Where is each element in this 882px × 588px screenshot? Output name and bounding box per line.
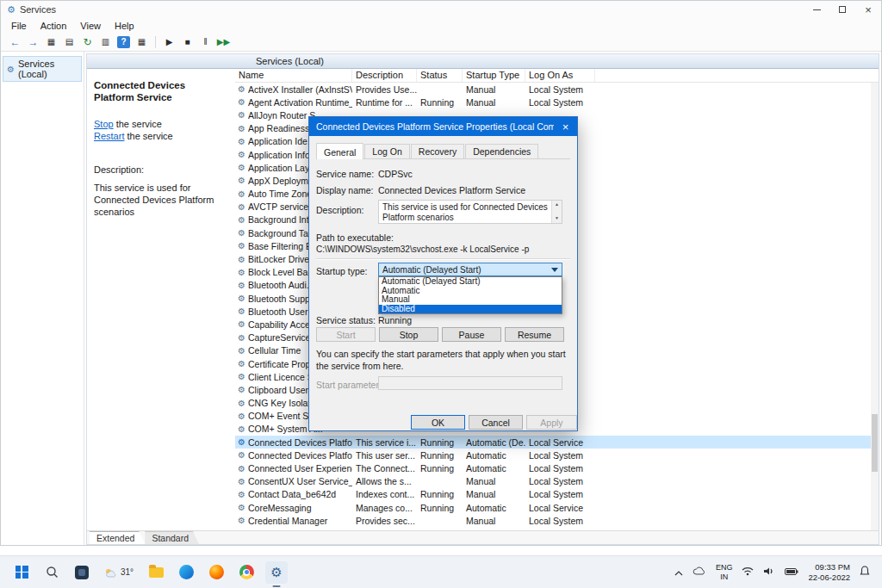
table-row[interactable]: ⚙ ConsentUX User Service_be6... Allows t… <box>235 475 879 488</box>
cell-log-on-as: Local Service <box>525 503 595 513</box>
battery-button[interactable] <box>785 567 798 578</box>
firefox-button[interactable] <box>205 561 227 584</box>
volume-button[interactable] <box>763 566 775 578</box>
ok-button[interactable]: OK <box>411 415 465 430</box>
dialog-title-bar: Connected Devices Platform Service Prope… <box>309 117 577 136</box>
search-button[interactable] <box>40 561 63 584</box>
table-row[interactable]: ⚙ Connected User Experiences ... The Con… <box>235 461 879 474</box>
column-header[interactable]: Status <box>417 69 463 82</box>
export-list-icon[interactable]: ▤ <box>60 37 78 46</box>
dropdown-option[interactable]: Manual <box>379 295 562 305</box>
onedrive-button[interactable] <box>693 566 706 578</box>
description-box[interactable]: This service is used for Connected Devic… <box>378 200 562 224</box>
language-line1: ENG <box>716 563 733 572</box>
cancel-button[interactable]: Cancel <box>469 415 523 430</box>
services-app-icon: ⚙ <box>7 4 16 15</box>
weather-widget[interactable]: 31° <box>101 561 137 584</box>
startup-type-dropdown[interactable]: Automatic (Delayed Start) <box>378 263 562 276</box>
dialog-tab[interactable]: Recovery <box>411 144 464 158</box>
stop-button[interactable]: Stop <box>379 327 438 342</box>
start-parameters-input[interactable] <box>378 376 562 390</box>
start-button[interactable] <box>10 561 33 584</box>
cell-startup-type: Automatic (De... <box>463 437 525 448</box>
dropdown-option[interactable]: Automatic (Delayed Start) <box>379 277 562 287</box>
scroll-down-icon[interactable]: ▼ <box>555 216 559 221</box>
title-bar: ⚙ Services × <box>1 1 881 18</box>
notification-bell-icon <box>860 566 870 577</box>
cell-status: Running <box>417 450 463 461</box>
table-row[interactable]: ⚙ CoreMessaging Manages co... Running Au… <box>235 501 879 514</box>
services-taskbar-button[interactable]: ⚙ <box>265 561 288 584</box>
table-row[interactable]: ⚙ Connected Devices Platform ... This us… <box>235 449 879 461</box>
pause-button[interactable]: Pause <box>442 327 501 342</box>
table-scrollbar[interactable] <box>871 83 879 530</box>
forward-icon[interactable]: → <box>24 36 42 48</box>
close-icon: × <box>865 3 872 16</box>
cell-name: Contact Data_be642d <box>248 489 352 499</box>
wifi-button[interactable] <box>742 566 754 578</box>
notification-button[interactable] <box>860 566 870 579</box>
chrome-button[interactable] <box>235 561 258 584</box>
show-hide-tree-icon[interactable]: ▦ <box>42 37 60 46</box>
file-explorer-button[interactable] <box>145 561 167 584</box>
start-service-icon[interactable]: ▶ <box>160 37 178 46</box>
table-row[interactable]: ⚙ ActiveX Installer (AxInstSV) Provides … <box>235 83 879 96</box>
dropdown-option[interactable]: Automatic <box>379 287 562 296</box>
language-indicator[interactable]: ENG IN <box>716 563 733 581</box>
clock[interactable]: 09:33 PM 22-06-2022 <box>808 562 850 583</box>
table-row[interactable]: ⚙ Agent Activation Runtime_b... Runtime … <box>235 96 879 108</box>
stop-service-icon[interactable]: ■ <box>178 37 196 46</box>
table-row[interactable]: ⚙ Credential Manager Provides sec... Man… <box>235 514 879 527</box>
dialog-description-value: This service is used for Connected Devic… <box>382 202 548 222</box>
view-tab[interactable]: Standard <box>145 531 199 544</box>
content-header-title: Services (Local) <box>256 56 324 66</box>
edge-icon <box>179 565 194 579</box>
restart-service-icon[interactable]: ▶▶ <box>214 37 233 46</box>
restart-service-link[interactable]: Restart <box>94 131 124 141</box>
cell-description: The Connect... <box>352 463 417 473</box>
scrollbar-thumb[interactable] <box>872 414 878 473</box>
menu-item[interactable]: View <box>73 20 108 32</box>
table-row[interactable]: ⚙ Contact Data_be642d Indexes cont... Ru… <box>235 488 879 501</box>
back-icon[interactable]: ← <box>6 36 24 48</box>
tree-item-services-local[interactable]: ⚙ Services (Local) <box>3 56 82 82</box>
column-header[interactable]: Startup Type <box>463 69 525 82</box>
dropdown-option[interactable]: Disabled <box>379 305 562 314</box>
apply-button[interactable]: Apply <box>526 415 577 430</box>
dialog-close-button[interactable]: × <box>554 117 577 136</box>
cell-startup-type: Automatic <box>463 450 525 461</box>
pause-service-icon[interactable]: ‖ <box>196 37 214 46</box>
scroll-up-icon[interactable]: ▲ <box>555 202 559 207</box>
menu-item[interactable]: Help <box>108 20 141 32</box>
dialog-tab[interactable]: Dependencies <box>465 144 538 158</box>
description-scrollbar[interactable]: ▲ ▼ <box>551 201 562 223</box>
dialog-tab[interactable]: General <box>316 143 363 159</box>
column-header[interactable]: Name <box>235 69 352 82</box>
stop-service-link[interactable]: Stop <box>94 119 114 129</box>
column-header[interactable]: Description <box>352 69 417 82</box>
refresh-icon[interactable]: ↻ <box>78 36 96 48</box>
view-list-icon[interactable]: ▦ <box>133 37 151 46</box>
path-to-executable-value: C:\WINDOWS\system32\svchost.exe -k Local… <box>316 244 529 254</box>
cell-status: Running <box>417 503 463 513</box>
resume-button[interactable]: Resume <box>505 327 564 342</box>
start-button[interactable]: Start <box>316 327 376 342</box>
close-button[interactable]: × <box>855 1 881 18</box>
services-node-icon: ⚙ <box>7 65 15 74</box>
help-icon[interactable]: ? <box>117 36 130 48</box>
dialog-tab[interactable]: Log On <box>364 144 409 158</box>
column-header[interactable]: Log On As <box>525 69 595 82</box>
properties-icon[interactable]: ▥ <box>96 37 115 46</box>
tray-chevron-button[interactable] <box>674 567 683 578</box>
task-view-button[interactable] <box>71 561 93 584</box>
view-tab[interactable]: Extended <box>90 531 145 544</box>
cell-log-on-as: Local System <box>525 463 595 473</box>
minimize-button[interactable] <box>804 1 829 18</box>
menu-item[interactable]: Action <box>34 20 74 32</box>
volume-icon <box>763 566 775 576</box>
selected-service-title: Connected Devices Platform Service <box>94 79 227 104</box>
edge-button[interactable] <box>175 561 197 584</box>
maximize-button[interactable] <box>829 1 855 18</box>
table-row[interactable]: ⚙ Connected Devices Platform ... This se… <box>235 436 879 449</box>
menu-item[interactable]: File <box>4 20 34 32</box>
